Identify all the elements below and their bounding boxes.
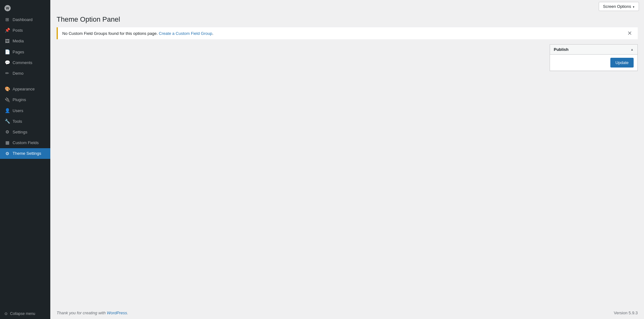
appearance-icon: 🎨 xyxy=(4,86,10,92)
sidebar-item-label: Media xyxy=(13,38,24,44)
sidebar-item-pages[interactable]: 📄 Pages xyxy=(0,47,50,57)
footer-thank-you: Thank you for creating with WordPress. xyxy=(57,311,128,315)
page-header: Theme Option Panel xyxy=(50,13,644,27)
sidebar-item-plugins[interactable]: 🔌 Plugins xyxy=(0,95,50,105)
sidebar-item-label: Users xyxy=(13,108,23,114)
main-content: Screen Options Theme Option Panel No Cus… xyxy=(50,0,644,319)
sidebar-item-comments[interactable]: 💬 Comments xyxy=(0,57,50,68)
sidebar-item-custom-fields[interactable]: ▦ Custom Fields xyxy=(0,138,50,148)
sidebar-item-appearance[interactable]: 🎨 Appearance xyxy=(0,84,50,95)
collapse-icon: ⊙ xyxy=(4,311,8,316)
sidebar-item-label: Comments xyxy=(13,60,32,66)
footer-period: . xyxy=(127,311,128,315)
plugins-icon: 🔌 xyxy=(4,97,10,103)
screen-options-button[interactable]: Screen Options xyxy=(599,2,639,11)
dashboard-icon: ⊞ xyxy=(4,17,10,23)
chevron-down-icon xyxy=(632,4,635,9)
notice-bar: No Custom Field Groups found for this op… xyxy=(57,27,638,39)
publish-box-header: Publish ▲ xyxy=(550,45,637,55)
notice-text: No Custom Field Groups found for this op… xyxy=(62,31,214,36)
settings-icon: ⚙ xyxy=(4,129,10,135)
notice-text-before: No Custom Field Groups found for this op… xyxy=(62,31,159,36)
sidebar-item-label: Appearance xyxy=(13,86,35,92)
sidebar-logo: W xyxy=(0,0,50,14)
sidebar-item-tools[interactable]: 🔧 Tools xyxy=(0,116,50,127)
sidebar-item-users[interactable]: 👤 Users xyxy=(0,105,50,116)
sidebar-item-label: Pages xyxy=(13,49,24,55)
sidebar-divider xyxy=(0,79,50,84)
sidebar-item-label: Plugins xyxy=(13,97,26,103)
comments-icon: 💬 xyxy=(4,60,10,66)
footer: Thank you for creating with WordPress. V… xyxy=(50,307,644,319)
create-field-group-link[interactable]: Create a Custom Field Group xyxy=(159,31,212,36)
sidebar-item-settings[interactable]: ⚙ Settings xyxy=(0,127,50,138)
sidebar-item-demo[interactable]: ✏ Demo xyxy=(0,68,50,79)
sidebar: W ⊞ Dashboard 📌 Posts 🖼 Media 📄 Pages 💬 … xyxy=(0,0,50,319)
wordpress-icon: W xyxy=(4,5,11,11)
sidebar-item-posts[interactable]: 📌 Posts xyxy=(0,25,50,36)
demo-icon: ✏ xyxy=(4,71,10,76)
screen-options-label: Screen Options xyxy=(603,4,631,9)
theme-settings-icon: ⚙ xyxy=(4,151,10,156)
media-icon: 🖼 xyxy=(4,38,10,44)
sidebar-item-dashboard[interactable]: ⊞ Dashboard xyxy=(0,14,50,25)
sidebar-item-theme-settings[interactable]: ⚙ Theme Settings xyxy=(0,148,50,159)
notice-text-after: . xyxy=(212,31,214,36)
publish-box: Publish ▲ Update xyxy=(550,44,638,71)
posts-icon: 📌 xyxy=(4,28,10,33)
collapse-label: Collapse menu xyxy=(10,311,35,316)
sidebar-item-label: Custom Fields xyxy=(13,140,39,146)
tools-icon: 🔧 xyxy=(4,119,10,124)
version-label: Version 5.9.3 xyxy=(614,311,638,315)
sidebar-item-label: Dashboard xyxy=(13,17,33,23)
notice-close-button[interactable]: ✕ xyxy=(626,30,633,36)
sidebar-item-label: Posts xyxy=(13,28,23,33)
sidebar-item-label: Theme Settings xyxy=(13,151,41,156)
update-button[interactable]: Update xyxy=(610,58,634,68)
custom-fields-icon: ▦ xyxy=(4,140,10,146)
publish-collapse-icon: ▲ xyxy=(630,48,634,51)
footer-text: Thank you for creating with xyxy=(57,311,107,315)
sidebar-item-label: Tools xyxy=(13,119,22,124)
publish-box-body: Update xyxy=(550,55,637,71)
sidebar-item-label: Settings xyxy=(13,129,27,135)
sidebar-item-label: Demo xyxy=(13,71,24,76)
page-title: Theme Option Panel xyxy=(57,15,638,24)
users-icon: 👤 xyxy=(4,108,10,114)
collapse-menu-button[interactable]: ⊙ Collapse menu xyxy=(0,308,50,319)
sidebar-item-media[interactable]: 🖼 Media xyxy=(0,36,50,46)
content-area: Publish ▲ Update xyxy=(50,44,644,307)
topbar: Screen Options xyxy=(50,0,644,13)
wordpress-link[interactable]: WordPress xyxy=(107,311,127,315)
pages-icon: 📄 xyxy=(4,49,10,55)
publish-label: Publish xyxy=(554,47,569,52)
